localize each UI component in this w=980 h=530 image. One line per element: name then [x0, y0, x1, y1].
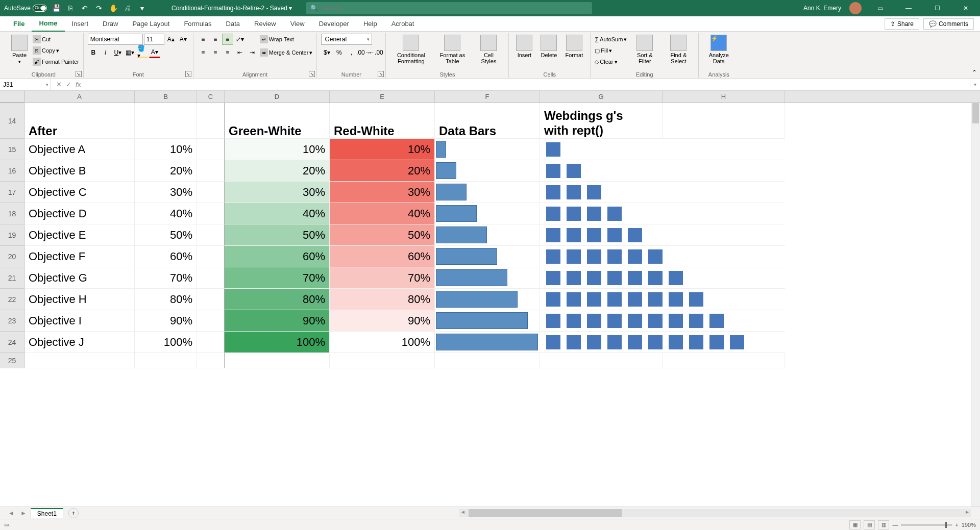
row-header[interactable]: 17 [0, 182, 24, 203]
cell[interactable]: 20% [225, 160, 330, 182]
cell[interactable]: 80% [330, 289, 435, 310]
format-painter-button[interactable]: 🖌Format Painter [33, 56, 79, 67]
tab-developer[interactable]: Developer [312, 16, 356, 32]
insert-cells-button[interactable]: Insert [513, 34, 535, 59]
cell[interactable]: 50% [135, 224, 197, 246]
font-color-button[interactable]: A▾ [149, 47, 160, 58]
dialog-launcher-icon[interactable]: ↘ [185, 71, 191, 77]
ribbon-display-icon[interactable]: ▭ [870, 0, 890, 16]
page-layout-view-icon[interactable]: ▤ [864, 520, 875, 529]
cell[interactable] [435, 267, 540, 289]
number-format-dropdown[interactable]: General [321, 34, 372, 45]
col-header-G[interactable]: G [540, 91, 663, 103]
scroll-thumb[interactable] [469, 509, 622, 517]
tab-file[interactable]: File [6, 16, 32, 32]
cell[interactable]: Objective D [24, 203, 135, 224]
next-sheet-icon[interactable]: ► [18, 510, 29, 517]
cell[interactable]: Objective F [24, 246, 135, 267]
cut-button[interactable]: ✂Cut [33, 34, 79, 45]
share-button[interactable]: ⇪Share [885, 18, 919, 30]
font-name-field[interactable] [88, 34, 143, 45]
cell[interactable]: 60% [225, 246, 330, 267]
col-header-D[interactable]: D [225, 91, 330, 103]
fill-color-button[interactable]: 🪣▾ [137, 47, 148, 58]
col-header-E[interactable]: E [330, 91, 435, 103]
clear-button[interactable]: ◇ Clear ▾ [595, 56, 627, 67]
add-sheet-button[interactable]: + [68, 508, 79, 518]
cell[interactable] [540, 289, 785, 310]
expand-formula-bar-icon[interactable]: ▾ [970, 79, 980, 90]
scroll-left-icon[interactable]: ◄ [460, 509, 465, 515]
cancel-icon[interactable]: ✕ [56, 81, 62, 88]
decrease-indent-icon[interactable]: ⇤ [234, 47, 246, 58]
cell[interactable]: Objective I [24, 310, 135, 332]
cell[interactable] [330, 353, 435, 368]
cell[interactable]: Webdings g'swith rept() [540, 103, 663, 139]
wrap-text-button[interactable]: ↵Wrap Text [260, 34, 313, 45]
cell[interactable] [197, 160, 225, 182]
cell[interactable]: 70% [135, 267, 197, 289]
cell[interactable] [435, 160, 540, 182]
cell[interactable] [197, 246, 225, 267]
cell[interactable]: 90% [135, 310, 197, 332]
comma-icon[interactable]: , [346, 47, 357, 58]
cell[interactable] [197, 182, 225, 203]
tab-view[interactable]: View [283, 16, 312, 32]
cell[interactable]: Objective A [24, 139, 135, 160]
zoom-slider[interactable] [901, 524, 952, 526]
cell[interactable]: 90% [225, 310, 330, 332]
cell[interactable]: 20% [330, 160, 435, 182]
tab-insert[interactable]: Insert [65, 16, 96, 32]
row-header[interactable]: 14 [0, 103, 24, 139]
autosave-toggle[interactable]: AutoSave On [4, 5, 47, 12]
cell[interactable] [225, 353, 330, 368]
col-header-C[interactable]: C [197, 91, 225, 103]
zoom-thumb[interactable] [945, 522, 947, 528]
avatar[interactable] [849, 2, 862, 14]
horizontal-scrollbar[interactable]: ◄ ► [459, 509, 971, 517]
increase-font-icon[interactable]: A▴ [165, 34, 177, 45]
tab-data[interactable]: Data [219, 16, 247, 32]
scroll-right-icon[interactable]: ► [965, 509, 970, 515]
search-input[interactable] [321, 5, 588, 12]
name-box[interactable]: J31 [0, 79, 51, 90]
merge-center-button[interactable]: ⬌Merge & Center ▾ [260, 47, 313, 58]
cell[interactable] [135, 353, 197, 368]
tab-home[interactable]: Home [32, 16, 64, 32]
cell[interactable] [540, 246, 785, 267]
cell[interactable]: 60% [330, 246, 435, 267]
cell[interactable] [540, 182, 785, 203]
cell[interactable]: 40% [135, 203, 197, 224]
cell[interactable]: 50% [225, 224, 330, 246]
analyze-data-button[interactable]: ⚡Analyze Data [703, 34, 734, 65]
cell[interactable] [540, 203, 785, 224]
fx-icon[interactable]: fx [76, 81, 81, 88]
cell[interactable] [663, 103, 785, 139]
close-icon[interactable]: ✕ [955, 0, 976, 16]
tab-help[interactable]: Help [356, 16, 384, 32]
format-cells-button[interactable]: Format [562, 34, 586, 59]
vertical-scrollbar[interactable] [971, 103, 980, 507]
cell[interactable]: 10% [135, 139, 197, 160]
bold-button[interactable]: B [88, 47, 99, 58]
font-size-field[interactable] [144, 34, 164, 45]
cell[interactable]: 70% [225, 267, 330, 289]
cell[interactable] [197, 289, 225, 310]
cell[interactable] [435, 353, 540, 368]
increase-decimal-icon[interactable]: .00→ [358, 47, 369, 58]
cell[interactable]: 50% [330, 224, 435, 246]
cell[interactable] [435, 139, 540, 160]
tab-acrobat[interactable]: Acrobat [384, 16, 422, 32]
cell[interactable] [540, 353, 663, 368]
dialog-launcher-icon[interactable]: ↘ [309, 71, 315, 77]
export-icon[interactable]: ⎘ [65, 3, 76, 13]
row-header[interactable]: 24 [0, 332, 24, 353]
cell[interactable]: Objective E [24, 224, 135, 246]
italic-button[interactable]: I [100, 47, 111, 58]
prev-sheet-icon[interactable]: ◄ [6, 510, 16, 517]
row-header[interactable]: 25 [0, 353, 24, 368]
undo-icon[interactable]: ↶ [80, 3, 90, 13]
redo-icon[interactable]: ↷ [94, 3, 104, 13]
cell[interactable]: 90% [330, 310, 435, 332]
decrease-decimal-icon[interactable]: ←.00 [370, 47, 381, 58]
